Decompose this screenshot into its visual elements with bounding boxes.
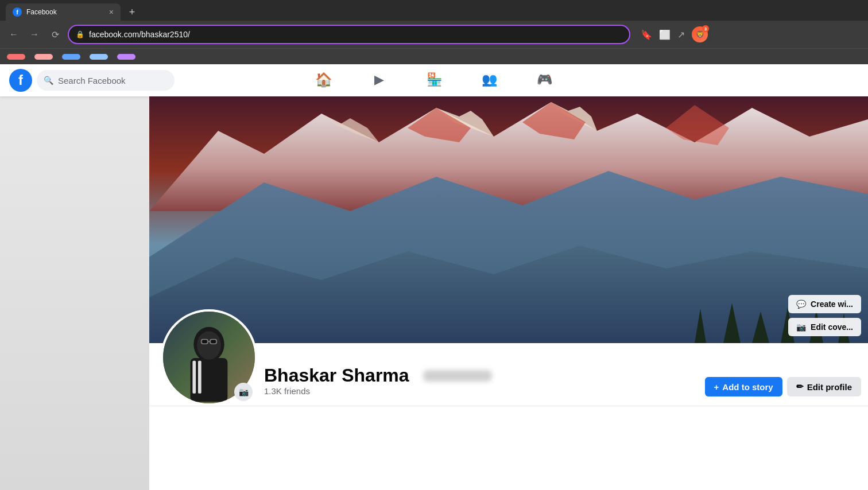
bookmark-5[interactable] bbox=[117, 54, 135, 60]
create-with-label: Create wi... bbox=[811, 300, 853, 309]
tab-bar: f Facebook × + bbox=[0, 0, 868, 21]
home-nav-icon[interactable]: 🏠 bbox=[296, 67, 351, 94]
fb-nav-center: 🏠 ▶ 🏪 👥 🎮 bbox=[296, 67, 572, 94]
edit-cover-icon: 📷 bbox=[796, 322, 806, 332]
profile-info-bar: 📷 Bhaskar Sharma 1.3K friends + Add to s… bbox=[149, 343, 868, 406]
add-to-story-button[interactable]: + Add to story bbox=[705, 377, 782, 396]
edit-cover-button[interactable]: 📷 Edit cove... bbox=[788, 318, 861, 336]
browser-chrome: f Facebook × + ← → ⟳ 🔒 facebook.com/bhas… bbox=[0, 0, 868, 64]
create-with-icon: 💬 bbox=[796, 300, 806, 309]
tab-title: Facebook bbox=[26, 8, 104, 16]
plus-icon: + bbox=[714, 382, 719, 392]
bookmark-4[interactable] bbox=[90, 54, 108, 60]
gaming-nav-icon[interactable]: 🎮 bbox=[517, 67, 572, 94]
browser-right-icons: 🔖 ⬜ ↗ 🦁 3 bbox=[641, 26, 708, 42]
search-input[interactable]: Search Facebook bbox=[58, 76, 126, 85]
marketplace-nav-icon[interactable]: 🏪 bbox=[406, 67, 462, 94]
profile-action-buttons: + Add to story ✏ Edit profile bbox=[705, 377, 861, 396]
search-bar[interactable]: 🔍 Search Facebook bbox=[37, 70, 175, 91]
reload-button[interactable]: ⟳ bbox=[47, 26, 63, 42]
svg-rect-20 bbox=[198, 361, 202, 394]
bookmark-icon[interactable]: 🔖 bbox=[641, 29, 652, 40]
profile-avatar-container: 📷 bbox=[161, 309, 257, 406]
svg-point-22 bbox=[203, 340, 207, 344]
active-tab[interactable]: f Facebook × bbox=[6, 3, 121, 21]
edit-profile-label: Edit profile bbox=[807, 382, 852, 392]
bookmark-1[interactable] bbox=[7, 54, 25, 60]
fb-navbar: f 🔍 Search Facebook 🏠 ▶ 🏪 👥 🎮 bbox=[0, 64, 868, 96]
video-nav-icon[interactable]: ▶ bbox=[351, 67, 406, 94]
cover-photo-image bbox=[149, 96, 868, 343]
profile-details: Bhaskar Sharma 1.3K friends bbox=[264, 365, 492, 396]
profile-name: Bhaskar Sharma bbox=[264, 365, 409, 386]
edit-cover-label: Edit cove... bbox=[811, 322, 853, 332]
svg-point-23 bbox=[211, 340, 216, 344]
share-icon[interactable]: ↗ bbox=[677, 29, 685, 40]
cover-photo-buttons: 💬 Create wi... 📷 Edit cove... bbox=[788, 295, 861, 336]
bookmark-2[interactable] bbox=[34, 54, 53, 60]
left-sidebar bbox=[0, 96, 149, 490]
profile-area: 💬 Create wi... 📷 Edit cove... bbox=[149, 96, 868, 406]
svg-point-21 bbox=[197, 331, 221, 360]
edit-avatar-button[interactable]: 📷 bbox=[234, 383, 253, 401]
facebook-app: f 🔍 Search Facebook 🏠 ▶ 🏪 👥 🎮 bbox=[0, 64, 868, 490]
search-icon: 🔍 bbox=[44, 76, 53, 85]
tab-favicon: f bbox=[13, 7, 22, 17]
new-tab-button[interactable]: + bbox=[125, 5, 139, 19]
svg-rect-19 bbox=[192, 361, 196, 394]
svg-rect-18 bbox=[191, 358, 228, 402]
screen-icon[interactable]: ⬜ bbox=[659, 29, 671, 40]
url-text: facebook.com/bhaskar2510/ bbox=[89, 30, 622, 39]
forward-button[interactable]: → bbox=[26, 26, 42, 42]
lock-icon: 🔒 bbox=[76, 30, 84, 38]
address-bar[interactable]: 🔒 facebook.com/bhaskar2510/ bbox=[68, 25, 630, 44]
friends-nav-icon[interactable]: 👥 bbox=[462, 67, 517, 94]
cover-photo: 💬 Create wi... 📷 Edit cove... bbox=[149, 96, 868, 343]
address-bar-row: ← → ⟳ 🔒 facebook.com/bhaskar2510/ 🔖 ⬜ ↗ … bbox=[0, 21, 868, 48]
friends-count: 1.3K friends bbox=[264, 386, 310, 396]
close-tab-button[interactable]: × bbox=[109, 7, 114, 17]
profile-extra-info bbox=[423, 370, 492, 382]
create-with-button[interactable]: 💬 Create wi... bbox=[788, 295, 861, 313]
url-content: facebook.com/bhaskar2510/ bbox=[89, 30, 190, 39]
brave-icon[interactable]: 🦁 3 bbox=[692, 26, 708, 42]
bookmarks-bar bbox=[0, 48, 868, 64]
brave-count-badge: 3 bbox=[702, 25, 709, 32]
pencil-icon: ✏ bbox=[796, 382, 804, 392]
edit-profile-button[interactable]: ✏ Edit profile bbox=[787, 377, 861, 396]
facebook-logo[interactable]: f bbox=[9, 69, 32, 92]
bookmark-3[interactable] bbox=[62, 54, 80, 60]
back-button[interactable]: ← bbox=[6, 26, 22, 42]
add-to-story-label: Add to story bbox=[722, 382, 773, 392]
